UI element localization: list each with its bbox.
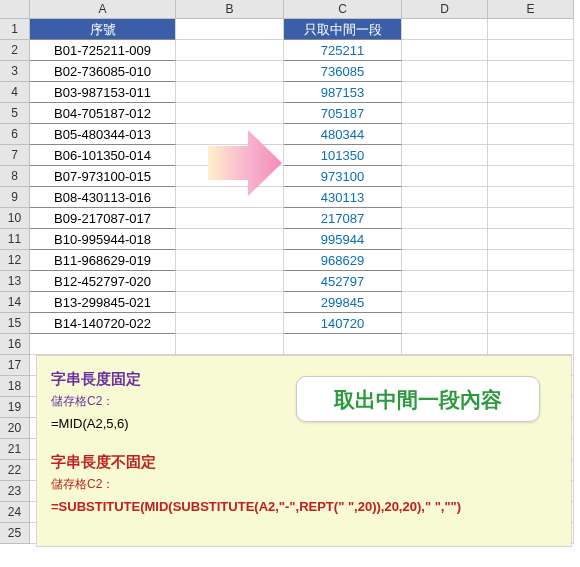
col-header-D[interactable]: D [402, 0, 488, 19]
row-header-16[interactable]: 16 [0, 334, 30, 355]
cell[interactable] [402, 187, 488, 208]
mid-cell[interactable]: 725211 [284, 40, 402, 61]
cell[interactable] [176, 229, 284, 250]
row-header-11[interactable]: 11 [0, 229, 30, 250]
cell[interactable] [488, 292, 574, 313]
cell[interactable] [402, 19, 488, 40]
seq-cell[interactable]: B11-968629-019 [30, 250, 176, 271]
seq-cell[interactable]: B08-430113-016 [30, 187, 176, 208]
mid-cell[interactable]: 480344 [284, 124, 402, 145]
cell[interactable] [176, 19, 284, 40]
row-header-23[interactable]: 23 [0, 481, 30, 502]
mid-cell[interactable]: 217087 [284, 208, 402, 229]
row-header-6[interactable]: 6 [0, 124, 30, 145]
row-header-9[interactable]: 9 [0, 187, 30, 208]
row-header-21[interactable]: 21 [0, 439, 30, 460]
cell[interactable] [402, 166, 488, 187]
cell[interactable] [176, 187, 284, 208]
seq-cell[interactable]: B03-987153-011 [30, 82, 176, 103]
mid-cell[interactable]: 705187 [284, 103, 402, 124]
row-header-25[interactable]: 25 [0, 523, 30, 544]
col-header-B[interactable]: B [176, 0, 284, 19]
col-header-E[interactable]: E [488, 0, 574, 19]
cell[interactable] [176, 250, 284, 271]
cell[interactable] [402, 145, 488, 166]
seq-cell[interactable]: B12-452797-020 [30, 271, 176, 292]
row-header-4[interactable]: 4 [0, 82, 30, 103]
seq-cell[interactable]: B04-705187-012 [30, 103, 176, 124]
row-header-12[interactable]: 12 [0, 250, 30, 271]
cell[interactable] [402, 124, 488, 145]
row-header-1[interactable]: 1 [0, 19, 30, 40]
seq-cell[interactable]: B02-736085-010 [30, 61, 176, 82]
cell[interactable] [176, 166, 284, 187]
cell[interactable] [284, 334, 402, 355]
seq-cell[interactable]: B06-101350-014 [30, 145, 176, 166]
mid-cell[interactable]: 140720 [284, 313, 402, 334]
cell[interactable] [176, 103, 284, 124]
seq-cell[interactable]: B10-995944-018 [30, 229, 176, 250]
mid-cell[interactable]: 299845 [284, 292, 402, 313]
cell[interactable] [488, 61, 574, 82]
cell[interactable] [402, 103, 488, 124]
seq-cell[interactable]: B14-140720-022 [30, 313, 176, 334]
cell[interactable] [488, 208, 574, 229]
cell[interactable] [488, 229, 574, 250]
header-mid[interactable]: 只取中間一段 [284, 19, 402, 40]
mid-cell[interactable]: 736085 [284, 61, 402, 82]
row-header-7[interactable]: 7 [0, 145, 30, 166]
cell[interactable] [402, 334, 488, 355]
cell[interactable] [402, 271, 488, 292]
cell[interactable] [176, 61, 284, 82]
mid-cell[interactable]: 973100 [284, 166, 402, 187]
row-header-13[interactable]: 13 [0, 271, 30, 292]
mid-cell[interactable]: 995944 [284, 229, 402, 250]
row-header-5[interactable]: 5 [0, 103, 30, 124]
cell[interactable] [488, 82, 574, 103]
row-header-15[interactable]: 15 [0, 313, 30, 334]
seq-cell[interactable]: B13-299845-021 [30, 292, 176, 313]
cell[interactable] [488, 250, 574, 271]
cell[interactable] [402, 208, 488, 229]
cell[interactable] [176, 292, 284, 313]
row-header-24[interactable]: 24 [0, 502, 30, 523]
seq-cell[interactable]: B01-725211-009 [30, 40, 176, 61]
cell[interactable] [176, 124, 284, 145]
col-header-C[interactable]: C [284, 0, 402, 19]
cell[interactable] [488, 313, 574, 334]
cell[interactable] [488, 145, 574, 166]
cell[interactable] [402, 229, 488, 250]
cell[interactable] [176, 145, 284, 166]
mid-cell[interactable]: 968629 [284, 250, 402, 271]
cell[interactable] [30, 334, 176, 355]
seq-cell[interactable]: B05-480344-013 [30, 124, 176, 145]
mid-cell[interactable]: 101350 [284, 145, 402, 166]
cell[interactable] [176, 271, 284, 292]
col-header-A[interactable]: A [30, 0, 176, 19]
cell[interactable] [488, 40, 574, 61]
cell[interactable] [402, 61, 488, 82]
row-header-14[interactable]: 14 [0, 292, 30, 313]
mid-cell[interactable]: 987153 [284, 82, 402, 103]
cell[interactable] [176, 40, 284, 61]
row-header-20[interactable]: 20 [0, 418, 30, 439]
cell[interactable] [176, 208, 284, 229]
cell[interactable] [176, 334, 284, 355]
row-header-19[interactable]: 19 [0, 397, 30, 418]
row-header-3[interactable]: 3 [0, 61, 30, 82]
cell[interactable] [402, 82, 488, 103]
mid-cell[interactable]: 430113 [284, 187, 402, 208]
cell[interactable] [488, 103, 574, 124]
cell[interactable] [488, 19, 574, 40]
cell[interactable] [402, 313, 488, 334]
cell[interactable] [176, 82, 284, 103]
seq-cell[interactable]: B09-217087-017 [30, 208, 176, 229]
cell[interactable] [488, 334, 574, 355]
seq-cell[interactable]: B07-973100-015 [30, 166, 176, 187]
row-header-10[interactable]: 10 [0, 208, 30, 229]
cell[interactable] [402, 40, 488, 61]
cell[interactable] [488, 271, 574, 292]
header-seq[interactable]: 序號 [30, 19, 176, 40]
cell[interactable] [488, 124, 574, 145]
cell[interactable] [488, 187, 574, 208]
